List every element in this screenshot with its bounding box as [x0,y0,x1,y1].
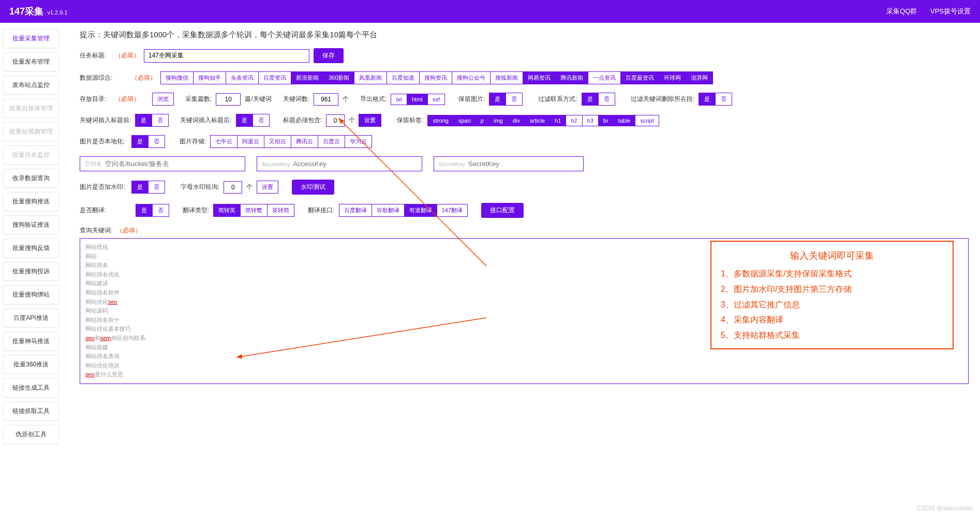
must-set-button[interactable]: 设置 [359,114,381,127]
yes-option[interactable]: 是 [131,181,149,194]
source-tag[interactable]: 搜狗公众号 [452,71,491,84]
toggle-imglocal[interactable]: 是 否 [131,135,165,148]
no-option[interactable]: 否 [506,93,523,106]
sidebar-item[interactable]: 批量短视频管理 [3,122,59,141]
sidebar-item[interactable]: 批量搜狗推送 [3,192,59,211]
source-tag[interactable]: 搜狗资讯 [419,71,452,84]
format-tag[interactable]: html [407,94,428,105]
html-tag-option[interactable]: table [613,115,636,126]
html-tag-option[interactable]: p [476,115,489,126]
translate-type-tag[interactable]: 英转简 [267,204,294,217]
sidebar-item[interactable]: 批量搜狗绑站 [3,285,59,304]
yes-option[interactable]: 是 [131,135,149,148]
sidebar-item[interactable]: 搜狗验证推送 [3,215,59,234]
source-tag[interactable]: 澎湃网 [686,71,713,84]
accesskey-input[interactable] [293,160,417,168]
toggle-filter-contact[interactable]: 是 否 [582,93,615,106]
toggle-watermark[interactable]: 是 否 [131,181,165,194]
html-tag-option[interactable]: h3 [582,115,599,126]
source-tag[interactable]: 360新闻 [323,71,354,84]
html-tag-option[interactable]: h2 [566,115,582,126]
source-tag[interactable]: 头条资讯 [226,71,259,84]
source-tag[interactable]: 百度最资讯 [620,71,659,84]
watermark-test-button[interactable]: 水印测试 [292,180,334,195]
source-tag[interactable]: 腾讯新闻 [555,71,588,84]
sidebar-item[interactable]: 批量搜狗反馈 [3,239,59,258]
kwcount-input[interactable] [314,93,338,106]
sidebar-item[interactable]: 批量排名监控 [3,145,59,165]
source-tag[interactable]: 百度知道 [387,71,420,84]
sidebar-item[interactable]: 批量发布管理 [3,52,59,71]
translate-api-tag[interactable]: 百度翻译 [339,204,372,217]
link-qqgroup[interactable]: 采集QQ群 [886,7,917,15]
sidebar-item[interactable]: 批量自媒体管理 [3,99,59,118]
no-option[interactable]: 否 [152,204,169,217]
source-tag[interactable]: 搜狐新闻 [490,71,523,84]
must-count-input[interactable] [326,114,345,127]
source-tag[interactable]: 新浪新闻 [291,71,324,84]
html-tag-option[interactable]: strong [427,115,454,126]
translate-api-tag[interactable]: 有道翻译 [404,204,437,217]
sidebar-item[interactable]: 批量360推送 [3,355,59,374]
no-option[interactable]: 否 [253,114,270,127]
cloud-store-tag[interactable]: 又拍云 [264,135,291,148]
source-tag[interactable]: 凤凰新闻 [354,71,387,84]
api-config-button[interactable]: 接口配置 [481,203,524,218]
sidebar-item[interactable]: 百度API推送 [3,308,59,328]
cloud-store-tag[interactable]: 阿里云 [237,135,264,148]
no-option[interactable]: 否 [148,181,165,194]
toggle-kw-before[interactable]: 是 否 [135,114,169,127]
html-tag-option[interactable]: script [635,115,659,126]
toggle-translate[interactable]: 是 否 [136,204,169,217]
sidebar-item[interactable]: 伪原创工具 [3,425,59,444]
html-tag-option[interactable]: div [508,115,525,126]
source-tag[interactable]: 网易资讯 [523,71,556,84]
sidebar-item[interactable]: 链接抓取工具 [3,402,59,421]
format-tag[interactable]: xxf [427,94,445,105]
yes-option[interactable]: 是 [582,93,599,106]
html-tag-option[interactable]: span [453,115,476,126]
save-button[interactable]: 保存 [314,48,344,63]
no-option[interactable]: 否 [715,93,732,106]
yes-option[interactable]: 是 [136,204,153,217]
browse-button[interactable]: 浏览 [152,93,174,106]
sidebar-item[interactable]: 批量神马推送 [3,332,59,351]
secretkey-input[interactable] [468,160,578,168]
wm-set-button[interactable]: 设置 [257,181,278,194]
html-tag-option[interactable]: img [488,115,508,126]
task-title-input[interactable] [144,49,309,63]
sidebar-item[interactable]: 发布站点监控 [3,76,59,95]
sidebar-item[interactable]: 链接生成工具 [3,378,59,397]
translate-api-tag[interactable]: 147翻译 [437,204,468,217]
space-name-input[interactable] [105,160,240,168]
source-tag[interactable]: 搜狗微信 [160,71,194,84]
cloud-store-tag[interactable]: 华为云 [345,135,372,148]
html-tag-option[interactable]: article [525,115,550,126]
yes-option[interactable]: 是 [236,114,253,127]
count-input[interactable] [216,93,241,106]
sidebar-item[interactable]: 批量搜狗投诉 [3,262,59,281]
source-tag[interactable]: 环球网 [659,71,686,84]
toggle-kw-after[interactable]: 是 否 [236,114,270,127]
no-option[interactable]: 否 [148,135,165,148]
html-tag-option[interactable]: br [598,115,614,126]
format-tag[interactable]: txt [391,94,407,105]
translate-type-tag[interactable]: 简转英 [213,204,241,217]
no-option[interactable]: 否 [598,93,615,106]
yes-option[interactable]: 是 [135,114,152,127]
cloud-store-tag[interactable]: 百度云 [318,135,345,148]
no-option[interactable]: 否 [152,114,169,127]
keyword-textarea[interactable]: 网站优化网站网站排名网站排名优化网站建设网站排名软件网站优化seo网站源码网站排… [80,238,969,384]
html-tag-option[interactable]: h1 [550,115,566,126]
cloud-store-tag[interactable]: 七牛云 [210,135,237,148]
wm-interval-input[interactable] [224,181,242,194]
yes-option[interactable]: 是 [699,93,716,106]
source-tag[interactable]: 一点资讯 [588,71,621,84]
translate-api-tag[interactable]: 谷歌翻译 [372,204,405,217]
source-tag[interactable]: 搜狗知乎 [193,71,226,84]
translate-type-tag[interactable]: 简转繁 [240,204,268,217]
sidebar-item[interactable]: 批量采集管理 [3,29,59,48]
toggle-keepimg[interactable]: 是 否 [489,93,523,106]
sidebar-item[interactable]: 收录数据查询 [3,169,59,188]
cloud-store-tag[interactable]: 腾讯云 [291,135,318,148]
